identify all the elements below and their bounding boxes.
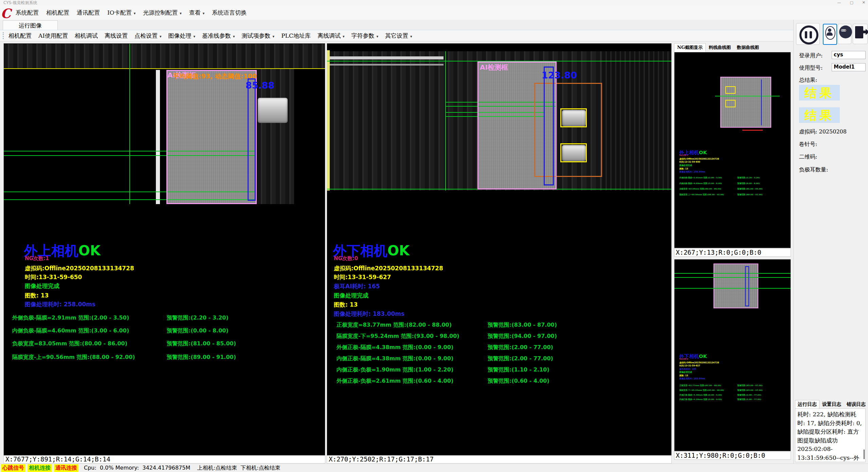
tool-spot-check[interactable]: 点检设置: [134, 32, 162, 40]
current-user-button[interactable]: [823, 24, 837, 45]
measurement-warn: 预警范围:(0.60 - 4.00): [488, 378, 549, 385]
measurement-text: 隔膜宽度-上=90.56mm 范围:(88.00 - 92.00): [680, 194, 724, 196]
preview1-yellow-box: [725, 100, 736, 107]
tab-material-curve[interactable]: 料线曲线图: [706, 43, 734, 52]
menu-language-switch[interactable]: 系统语言切换: [212, 9, 247, 17]
maximize-icon[interactable]: ▢: [850, 0, 853, 5]
left-threshold-text: 平均阈值:93, 动态阈值:100: [173, 72, 257, 81]
preview2-measure-row: 正极宽度=83.77mm 范围:(82.00 - 88.00) 预警范围:(83…: [680, 384, 791, 387]
preview2-green-line: [674, 288, 791, 289]
measurement-text: 外侧负极-隔膜=2.91mm 范围:(2.00 - 3.50): [680, 177, 722, 179]
menu-bar: C 系统配置 相机配置 通讯配置 IO卡配置 光源控制配置 查看 系统语言切换: [0, 5, 868, 20]
qrcode-label: 二维码:: [799, 153, 817, 161]
measurement-text: 内侧负极-隔膜=4.60mm 范围:(3.00 - 6.00): [680, 182, 722, 185]
measurement-warn: 预警范围:(2.00 - 77.00): [488, 355, 553, 362]
close-icon[interactable]: ✕: [862, 0, 865, 5]
tab-error-log[interactable]: 错误日志: [844, 400, 868, 409]
preview1-pixel-coords: X:267;Y:13;R:0;G:0;B:0: [674, 248, 791, 257]
tool-camera-config[interactable]: 相机配置: [8, 32, 32, 40]
log-scrollbar[interactable]: [864, 450, 865, 459]
measurement-warn: 预警范围:(83.00 - 87.00): [488, 322, 557, 329]
right-camera-result: OK: [387, 243, 410, 258]
preview2-photo: [713, 264, 758, 308]
measurement-warn: 预警范围:(81.00 - 85.00): [167, 340, 236, 347]
exit-button[interactable]: [853, 24, 868, 44]
tab-run-image[interactable]: 运行图像: [3, 20, 58, 30]
measurement-row: 内侧正极-负极=1.90mm 范围:(1.00 - 2.20) 预警范围:(1.…: [337, 366, 663, 373]
tool-offline-settings[interactable]: 离线设置: [105, 32, 128, 40]
measurement-warn: 预警范围:(2.00 - 77.00): [488, 344, 553, 351]
right-control-panel: ooo 登录用户: cys 使用型号: Model1 总结果: 结果 结果 虚拟…: [793, 20, 868, 472]
measurement-text: 正极宽度=83.77mm 范围:(82.00 - 88.00): [680, 384, 721, 387]
tool-test-item-params[interactable]: 测试项参数: [242, 32, 275, 40]
result-indicator-2: 结果: [799, 107, 840, 123]
measurement-text: 外侧正极-负极=2.61mm 范围:(0.60 - 4.00): [337, 378, 453, 385]
right-ng-count: NG次数:0: [334, 255, 358, 262]
tab-ng-screenshot[interactable]: NG截图显示: [674, 43, 706, 52]
tool-char-params[interactable]: 字符参数: [351, 32, 378, 40]
user-management-button[interactable]: ooo: [838, 24, 851, 44]
measurement-warn: 预警范围:(81.00 - 85.00): [737, 188, 762, 190]
title-bar: CYS-视觉检测系统 — ▢ ✕: [0, 0, 868, 5]
user-icon-body: [827, 32, 833, 36]
virtual-code-label: 虚拟码: 20250208: [799, 128, 847, 135]
preview1-measure-row: 负极宽度=83.05mm 范围:(80.00 - 86.00) 预警范围:(81…: [680, 188, 791, 190]
measurement-text: 隔膜宽度-上=90.56mm 范围:(88.00 - 92.00): [12, 354, 135, 361]
ng-preview-upper[interactable]: 外上相机OK NG次数:1 虚拟码:Offline202502081331347…: [674, 52, 791, 248]
measurement-row: 内侧负极-隔膜=4.60mm 范围:(3.00 - 6.00) 预警范围:(0.…: [12, 327, 318, 334]
toolbar-grip-handle[interactable]: [3, 32, 5, 39]
camera-connection-badge: 相机连接: [28, 464, 52, 472]
pause-button[interactable]: [796, 23, 820, 45]
tool-camera-debug[interactable]: 相机调试: [75, 32, 98, 40]
tab-settings-log[interactable]: 设置日志: [819, 400, 844, 409]
menu-comm-config[interactable]: 通讯配置: [77, 9, 100, 17]
minimize-icon[interactable]: —: [837, 0, 841, 5]
run-log-panel[interactable]: 耗时: 222, 缺陷检测耗时: 17, 缺陷分类耗时: 0, 缺陷提取分区耗时…: [795, 409, 866, 462]
measurement-text: 隔膜宽度-下=95.24mm 范围:(93.00 - 98.00): [680, 389, 724, 392]
measurement-text: 外侧负极-隔膜=2.91mm 范围:(2.00 - 3.50): [12, 314, 129, 322]
tool-image-processing[interactable]: 图像处理: [168, 32, 196, 40]
menu-camera-config[interactable]: 相机配置: [46, 9, 69, 17]
menu-io-card-config[interactable]: IO卡配置: [107, 9, 135, 17]
tool-ai-use-config[interactable]: AI使用配置: [38, 32, 68, 40]
measurement-row: 内侧正极-隔膜=4.38mm 范围:(0.00 - 9.00) 预警范围:(2.…: [337, 355, 663, 362]
preview2-pixel-coords: X:311;Y:980;R:0;G:0;B:0: [674, 451, 791, 460]
right-process-done: 图像处理完成: [334, 292, 368, 299]
preview1-result: OK: [699, 149, 707, 155]
menu-light-control-config[interactable]: 光源控制配置: [143, 9, 182, 17]
left-photo-top-band: [4, 44, 325, 68]
right-camera-view[interactable]: AI检测框 123.80 外下相机OK NG次数:0 虚拟码:Offline20…: [327, 43, 672, 464]
preview1-done: 图像处理完成: [680, 164, 692, 167]
right-ai-box-label: AI检测框: [480, 63, 508, 72]
tab-run-log[interactable]: 运行日志: [795, 400, 819, 409]
measurement-row: 外侧正极-隔膜=4.38mm 范围:(0.00 - 9.00) 预警范围:(2.…: [337, 344, 663, 351]
tool-offline-debug[interactable]: 离线调试: [318, 32, 345, 40]
menu-system-config[interactable]: 系统配置: [16, 9, 39, 17]
preview1-ng: NG次数:1: [680, 154, 688, 157]
preview1-elapsed: 图像处理耗时: 258.00ms: [680, 170, 705, 173]
measurement-warn: 预警范围:(94.00 - 97.00): [488, 333, 557, 340]
model-field[interactable]: Model1: [832, 63, 866, 71]
left-camera-view[interactable]: AI检测框 平均阈值:93, 动态阈值:100 85.88 外上相机OK NG次…: [3, 43, 325, 464]
login-user-field[interactable]: cys: [832, 51, 866, 59]
toolbar: 相机配置 AI使用配置 相机调试 离线设置 点检设置 图像处理 基准线参数 测试…: [0, 30, 868, 41]
left-ng-count: NG次数:1: [25, 255, 49, 262]
window-title: CYS-视觉检测系统: [3, 0, 37, 5]
preview1-code: 虚拟码:Offline20250208133134728: [680, 158, 719, 160]
measurement-warn: 预警范围:(2.00 - 77.00): [737, 394, 761, 396]
tool-other-settings[interactable]: 其它设置: [385, 32, 412, 40]
ng-preview-lower[interactable]: 外下相机OK NG次数:0 虚拟码:Offline202502081331347…: [674, 259, 791, 451]
users-icon-glyph: ooo: [841, 28, 845, 33]
preview2-ng: NG次数:0: [680, 358, 688, 360]
measurement-row: 正极宽度=83.77mm 范围:(82.00 - 88.00) 预警范围:(83…: [337, 322, 663, 328]
heartbeat-signal-badge: 心跳信号: [1, 464, 25, 472]
measurement-warn: 预警范围:(2.20 - 3.20): [167, 314, 229, 322]
tool-baseline-params[interactable]: 基准线参数: [202, 32, 235, 40]
measurement-text: 正极宽度=83.77mm 范围:(82.00 - 88.00): [337, 322, 452, 329]
tool-plc-address[interactable]: PLC地址库: [281, 32, 311, 40]
measurement-warn: 预警范围:(89.00 - 91.00): [167, 354, 236, 361]
right-process-time: 图像处理耗时: 183.00ms: [334, 310, 404, 318]
menu-view[interactable]: 查看: [189, 9, 205, 17]
tab-data-curve[interactable]: 数据曲线图: [734, 43, 762, 52]
preview2-done: 图像处理完成: [680, 371, 692, 374]
